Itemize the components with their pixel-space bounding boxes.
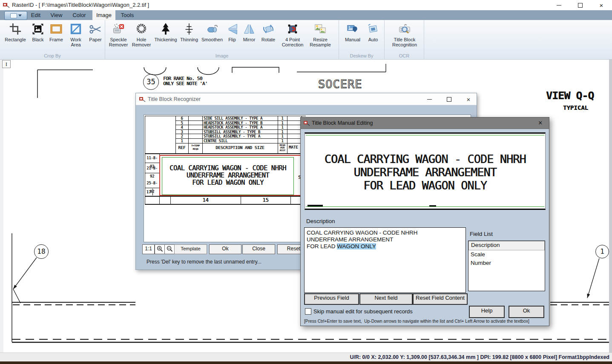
description-line: COAL CARRYING WAGON - CODE NHRH <box>305 229 465 236</box>
minimize-button[interactable] <box>548 0 569 10</box>
scan-artifact <box>429 205 436 206</box>
speckle-remover-button[interactable]: Speckle Remover <box>107 22 130 47</box>
editor-close-button[interactable]: × <box>538 120 542 126</box>
auto-deskew-button[interactable]: Auto <box>365 22 382 42</box>
manual-deskew-button[interactable]: Manual <box>341 22 365 42</box>
ribbon-group-ocr: Title Block Recognition OCR <box>385 20 424 59</box>
window-title: RasterID - [ F:\Images\TitleBlock\Wagon\… <box>12 2 149 8</box>
ribbon-group-crop-by: Rectangle Black Frame <box>0 20 105 59</box>
balloon-18: 18 <box>34 244 49 259</box>
recognizer-close-action-button[interactable]: Close <box>242 244 275 254</box>
rotate-button[interactable]: Rotate <box>259 22 278 47</box>
table-row-desc: STUBSILL ASSEMBLY - TYPE B <box>204 130 260 134</box>
rectangle-crop-button[interactable]: Rectangle <box>2 22 29 47</box>
recognizer-close-button[interactable]: × <box>461 93 476 105</box>
editor-footer-hint: [Press Ctrl+Enter to save text, Up-Down … <box>304 319 529 324</box>
help-button[interactable]: Help <box>469 306 505 318</box>
zoom-in-button[interactable] <box>155 244 165 254</box>
file-menu-button[interactable] <box>4 11 27 20</box>
close-button[interactable]: × <box>591 0 612 10</box>
mirror-button[interactable]: Mirror <box>240 22 259 47</box>
previous-field-button[interactable]: Previous Field <box>304 293 359 305</box>
flip-icon <box>225 22 239 36</box>
table-row-qty: 1 <box>278 121 287 125</box>
table-row-desc: CENTRE SILL <box>204 139 227 143</box>
recognizer-maximize-button[interactable] <box>442 93 456 105</box>
actual-size-button[interactable]: 1:1 <box>142 244 155 254</box>
block-line: UNDERFRAME ARRANGEMENT <box>162 172 293 179</box>
table-row-ref: 1 <box>175 139 188 143</box>
work-area-crop-button[interactable]: Work Area <box>66 22 86 47</box>
zoom-out-icon <box>167 246 173 252</box>
template-button[interactable]: Template <box>174 244 207 254</box>
table-header-temp-bottom: REQD <box>189 148 202 150</box>
description-textarea[interactable]: COAL CARRYING WAGON - CODE NHRH UNDERFRA… <box>304 227 466 293</box>
reset-field-content-button[interactable]: Reset Field Content <box>413 293 468 305</box>
thickening-button[interactable]: Thickening <box>153 22 178 47</box>
frame-crop-button[interactable]: Frame <box>47 22 66 47</box>
zoom-out-button[interactable] <box>164 244 175 254</box>
field-list-item-description[interactable]: Description <box>468 241 545 250</box>
table-row-qty: 1 <box>278 125 287 129</box>
balloon-1: 1 <box>595 245 609 258</box>
recognizer-title: Title Block Recognizer <box>148 96 201 102</box>
editor-titlebar[interactable]: Title Block Manual Editing × <box>301 118 549 129</box>
view-label: VIEW Q-Q <box>546 89 594 102</box>
table-row-qty: 1 <box>278 134 287 138</box>
recognizer-titlebar[interactable]: Title Block Recognizer × <box>136 93 477 105</box>
title-block-recognition-button[interactable]: Title Block Recognition <box>387 22 422 47</box>
speckle-remover-icon <box>111 22 126 36</box>
canvas-scrollbar[interactable] <box>609 60 612 353</box>
table-row-qty: 1 <box>278 139 287 143</box>
field-list-label: Field List <box>470 231 493 237</box>
smoothen-button[interactable]: Smoothen <box>200 22 224 47</box>
resize-resample-button[interactable]: Resize Resample <box>307 22 333 47</box>
tab-view[interactable]: View <box>47 10 66 20</box>
footer-cell: 14 <box>170 197 241 203</box>
selected-text: WAGON ONLY <box>337 243 376 249</box>
preview-line: UNDERFRAME ARRANGEMENT <box>305 166 545 179</box>
table-header-material: MATE <box>289 145 298 149</box>
margin-cell: 11-8-92 <box>145 154 159 163</box>
block-line: FOR LEAD WAGON ONLY <box>162 179 293 186</box>
thickening-tree-icon <box>158 22 173 36</box>
flip-button[interactable]: Flip <box>224 22 240 47</box>
table-header-qty-bottom: ASSY <box>278 149 287 152</box>
four-point-correction-button[interactable]: 4 Point Correction <box>278 22 307 47</box>
scan-artifact <box>307 205 323 206</box>
table-row-ref: 6 <box>175 116 188 120</box>
tab-edit[interactable]: Edit <box>26 10 45 20</box>
table-row-qty: 1 <box>278 130 287 134</box>
group-label-image: Image <box>105 53 339 58</box>
preview-line: FOR LEAD WAGON ONLY <box>305 179 545 192</box>
field-list-item-number[interactable]: Number <box>468 259 545 267</box>
margin-cell: 25-8-92 <box>145 179 159 188</box>
black-crop-button[interactable]: Black <box>29 22 47 47</box>
next-field-button[interactable]: Next field <box>359 293 413 305</box>
recognizer-minimize-button[interactable] <box>422 93 437 105</box>
window-titlebar: RasterID - [ F:\Images\TitleBlock\Wagon\… <box>0 0 612 10</box>
field-list-item-scale[interactable]: Scale <box>468 250 545 259</box>
editor-ok-button[interactable]: Ok <box>509 306 544 318</box>
tool-i-button[interactable]: I <box>2 60 11 68</box>
tab-tools[interactable]: Tools <box>117 10 138 20</box>
rasterid-window: RasterID - [ F:\Images\TitleBlock\Wagon\… <box>0 0 612 364</box>
title-block-preview: COAL CARRYING WAGON - CODE NHRH UNDERFRA… <box>305 132 546 210</box>
menu-band: Edit View Color Image Tools <box>0 10 612 20</box>
table-header-desc: DESCRIPTION AND SIZE <box>202 145 278 150</box>
thinning-button[interactable]: Thinning <box>178 22 200 47</box>
paper-crop-button[interactable]: Paper <box>86 22 105 47</box>
balloon-35: 35 <box>143 74 159 90</box>
field-list[interactable]: Description Scale Number <box>468 241 545 291</box>
maximize-button[interactable] <box>569 0 591 10</box>
skip-manual-edit-label: Skip manual edit for subsequent records <box>313 308 413 315</box>
preview-line: COAL CARRYING WAGON - CODE NHRH <box>305 152 545 166</box>
thinning-tree-icon <box>182 22 196 36</box>
tab-color[interactable]: Color <box>68 10 91 20</box>
hole-remover-button[interactable]: Hole Remover <box>130 22 153 47</box>
recognizer-ok-button[interactable]: Ok <box>209 244 241 254</box>
skip-manual-edit-checkbox[interactable] <box>305 308 311 315</box>
window-bottom-edge <box>0 361 612 364</box>
tab-image[interactable]: Image <box>92 10 115 20</box>
table-row-desc: SIDE SILL ASSEMBLY - TYPE A <box>204 116 262 120</box>
